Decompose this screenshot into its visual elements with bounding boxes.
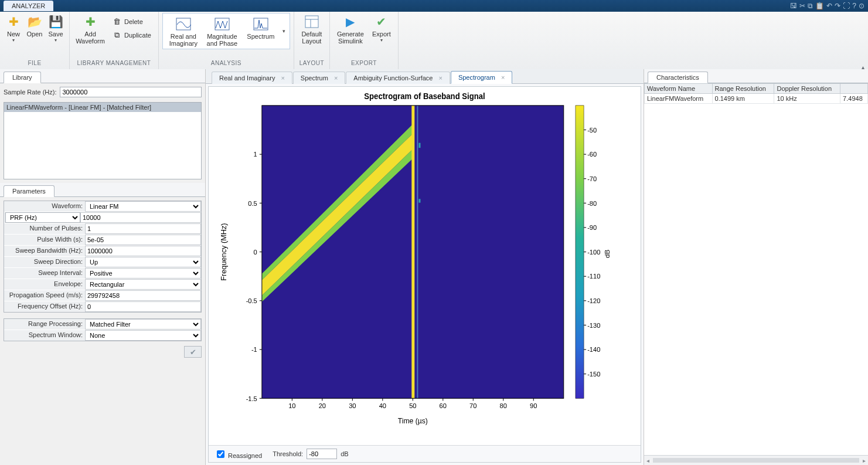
restore-icon[interactable]: ⛶ — [843, 2, 850, 10]
document-tab[interactable]: Ambiguity Function-Surface× — [346, 72, 450, 84]
svg-text:20: 20 — [319, 402, 326, 409]
svg-text:-1: -1 — [251, 346, 257, 353]
param-select[interactable]: Positive — [85, 268, 201, 279]
param-select[interactable]: Matched Filter — [85, 319, 201, 330]
real-imaginary-button[interactable]: Real and Imaginary — [164, 15, 203, 47]
param-label: Frequency Offset (Hz): — [4, 301, 85, 312]
cut-icon[interactable]: ✂ — [799, 2, 805, 10]
svg-text:-70: -70 — [587, 175, 597, 182]
svg-rect-3 — [305, 16, 318, 28]
characteristics-tab[interactable]: Characteristics — [648, 72, 708, 83]
magnitude-phase-button[interactable]: Magnitude and Phase — [203, 15, 241, 47]
svg-text:dB: dB — [604, 250, 611, 258]
sample-rate-input[interactable] — [60, 87, 202, 97]
param-input[interactable] — [85, 246, 201, 256]
dropdown-icon: ▾ — [12, 38, 15, 43]
real-imag-icon — [176, 16, 191, 32]
analysis-dropdown[interactable]: ▾ — [280, 15, 288, 47]
export-button[interactable]: ✔ Export ▾ — [369, 13, 394, 43]
table-row[interactable]: LinearFMWaveform0.1499 km10 kHz7.4948 — [645, 94, 868, 104]
param-label: Waveform: — [4, 201, 85, 212]
svg-text:0: 0 — [254, 249, 257, 256]
paste-icon[interactable]: 📋 — [815, 2, 824, 10]
svg-text:-130: -130 — [587, 321, 600, 328]
library-panel: Sample Rate (Hz): LinearFMWaveform - [Li… — [0, 83, 205, 183]
svg-text:-140: -140 — [587, 346, 600, 353]
reassigned-checkbox-label[interactable]: Reassigned — [215, 449, 262, 460]
svg-text:-120: -120 — [587, 297, 600, 304]
document-tab[interactable]: Spectrum× — [293, 72, 346, 84]
spectrum-button[interactable]: Spectrum — [241, 15, 280, 47]
table-header[interactable] — [840, 84, 868, 94]
close-tab-icon[interactable]: × — [438, 74, 442, 82]
close-tab-icon[interactable]: × — [501, 74, 505, 81]
svg-text:70: 70 — [469, 402, 476, 409]
param-label: Sweep Bandwidth (Hz): — [4, 246, 85, 256]
apply-button[interactable]: ✔ — [184, 346, 202, 358]
param-select[interactable]: None — [85, 330, 201, 341]
save-button[interactable]: 💾 Save ▾ — [46, 13, 66, 43]
table-header[interactable]: Doppler Resolution — [774, 84, 840, 94]
svg-text:50: 50 — [409, 402, 416, 409]
param-input[interactable] — [80, 212, 201, 223]
undo-icon[interactable]: ↶ — [826, 2, 832, 10]
library-tab[interactable]: Library — [4, 72, 41, 83]
param-label: Sweep Direction: — [4, 257, 85, 267]
add-waveform-button[interactable]: ✚ Add Waveform — [73, 13, 107, 45]
param-select[interactable]: PRF (Hz) — [5, 212, 80, 223]
param-select[interactable]: Rectangular — [85, 279, 201, 290]
param-input[interactable] — [85, 290, 201, 301]
close-tab-icon[interactable]: × — [334, 74, 338, 82]
svg-text:40: 40 — [379, 402, 386, 409]
param-select[interactable]: Linear FM — [85, 201, 201, 212]
close-tab-icon[interactable]: × — [281, 74, 284, 82]
center-pane: Real and Imaginary×Spectrum×Ambiguity Fu… — [206, 69, 644, 465]
param-label: Sweep Interval: — [4, 268, 85, 279]
svg-text:90: 90 — [530, 402, 537, 409]
table-header[interactable]: Waveform Name — [645, 84, 713, 94]
reassigned-checkbox[interactable] — [217, 450, 224, 458]
param-input[interactable] — [85, 235, 201, 245]
svg-text:-110: -110 — [587, 273, 600, 280]
ribbon-group-export: ▶ Generate Simulink ✔ Export ▾ EXPORT — [330, 12, 399, 69]
more-icon[interactable]: ⊙ — [859, 2, 864, 10]
duplicate-icon: ⧉ — [112, 30, 121, 40]
delete-button[interactable]: 🗑Delete — [108, 15, 155, 28]
redo-icon[interactable]: ↷ — [835, 2, 840, 10]
table-header[interactable]: Range Resolution — [712, 84, 774, 94]
svg-text:-100: -100 — [587, 249, 600, 256]
parameters-tabbar: Parameters — [0, 183, 205, 197]
duplicate-button[interactable]: ⧉Duplicate — [108, 29, 155, 42]
save-icon: 💾 — [48, 14, 63, 29]
open-button[interactable]: 📂 Open — [25, 13, 45, 38]
dropdown-icon: ▾ — [282, 28, 285, 34]
generate-simulink-button[interactable]: ▶ Generate Simulink — [333, 13, 367, 45]
help-icon[interactable]: ? — [852, 2, 856, 10]
new-button[interactable]: ✚ New ▾ — [4, 13, 23, 43]
spectrogram-plot[interactable]: Spectrogram of Baseband Signal — [209, 87, 641, 445]
default-layout-button[interactable]: Default Layout — [298, 13, 326, 45]
layout-icon — [304, 14, 319, 29]
app-tab[interactable]: ANALYZER — [4, 1, 53, 11]
waveform-list[interactable]: LinearFMWaveform - [Linear FM] - [Matche… — [4, 102, 202, 179]
ribbon-toolbar: ✚ New ▾ 📂 Open 💾 Save ▾ FILE ✚ Add Wavef… — [0, 12, 868, 70]
threshold-input[interactable] — [307, 449, 337, 459]
document-tab[interactable]: Spectrogram× — [451, 71, 512, 84]
param-input[interactable] — [85, 301, 201, 312]
plot-footer: Reassigned Threshold: dB — [209, 445, 641, 462]
horizontal-scrollbar[interactable]: ◂▸ — [644, 455, 868, 465]
param-select[interactable]: Up — [85, 257, 201, 267]
save-icon[interactable]: 🖫 — [790, 2, 797, 10]
svg-text:0.5: 0.5 — [248, 199, 257, 206]
copy-icon[interactable]: ⧉ — [808, 2, 813, 10]
export-icon: ✔ — [374, 14, 389, 29]
threshold-label: Threshold: — [273, 450, 303, 457]
param-input[interactable] — [85, 223, 201, 234]
document-tab[interactable]: Real and Imaginary× — [212, 72, 292, 84]
parameters-tab[interactable]: Parameters — [4, 185, 55, 197]
svg-text:-80: -80 — [587, 199, 597, 206]
waveform-list-item[interactable]: LinearFMWaveform - [Linear FM] - [Matche… — [4, 103, 201, 112]
param-label: Spectrum Window: — [4, 330, 85, 341]
svg-text:-0.5: -0.5 — [246, 297, 257, 304]
svg-rect-11 — [411, 106, 414, 398]
